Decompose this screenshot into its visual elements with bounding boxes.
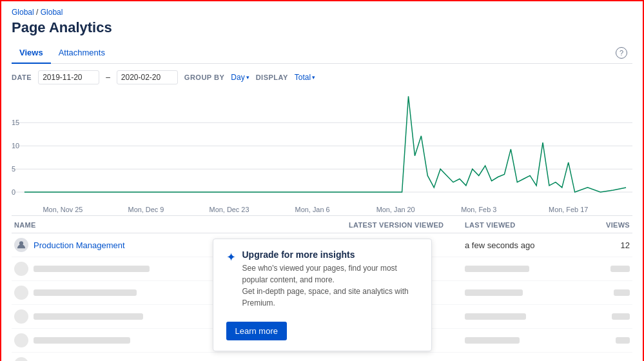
row-last-viewed — [465, 288, 581, 298]
skeleton-text — [34, 313, 143, 320]
row-views — [581, 288, 632, 298]
row-views — [581, 336, 632, 346]
skeleton-text — [465, 313, 526, 320]
row-name-cell — [12, 357, 349, 361]
breadcrumb-separator: / — [36, 8, 41, 17]
display-value: Total — [295, 73, 311, 82]
filters-row: DATE – GROUP BY Day ▾ DISPLAY Total ▾ — [12, 64, 632, 90]
row-views: 12 — [581, 240, 632, 250]
breadcrumb: Global / Global — [12, 8, 632, 17]
avatar — [14, 262, 28, 276]
skeleton-text — [465, 289, 523, 296]
breadcrumb-global-link2[interactable]: Global — [41, 8, 63, 17]
row-last-viewed: a few seconds ago — [465, 240, 581, 250]
table-section: Name Latest version viewed Last viewed V… — [12, 215, 632, 361]
date-label: DATE — [12, 73, 32, 81]
row-views — [581, 312, 632, 322]
group-by-value: Day — [231, 73, 244, 82]
chevron-down-icon2: ▾ — [312, 74, 315, 81]
svg-text:Mon, Dec 9: Mon, Dec 9 — [128, 206, 164, 213]
col-header-name: Name — [12, 221, 349, 229]
upgrade-overlay: ✦ Upgrade for more insights See who's vi… — [213, 239, 432, 351]
chevron-down-icon: ▾ — [246, 74, 249, 81]
learn-more-button[interactable]: Learn more — [226, 322, 287, 340]
skeleton-text — [610, 266, 630, 272]
col-header-views: Views — [581, 221, 632, 229]
tabs-bar: Views Attachments ? — [12, 43, 632, 64]
chart-container: 0 5 10 15 Mon, Nov 25 Mon, Dec 9 Mon, De… — [12, 90, 632, 215]
upgrade-icon: ✦ — [226, 250, 236, 264]
date-from-input[interactable] — [38, 70, 99, 84]
row-views — [581, 264, 632, 274]
svg-text:Mon, Feb 3: Mon, Feb 3 — [461, 206, 496, 213]
display-dropdown[interactable]: Total ▾ — [295, 73, 315, 82]
skeleton-text — [34, 337, 130, 344]
line-chart: 0 5 10 15 Mon, Nov 25 Mon, Dec 9 Mon, De… — [12, 90, 632, 215]
avatar — [14, 357, 28, 361]
skeleton-text — [34, 266, 150, 272]
skeleton-text — [612, 313, 630, 320]
skeleton-text — [465, 266, 529, 272]
svg-text:10: 10 — [12, 142, 19, 150]
table-rows-wrapper: Production Management Version 18 a few s… — [12, 233, 632, 361]
skeleton-text — [34, 289, 137, 296]
svg-text:Mon, Nov 25: Mon, Nov 25 — [43, 206, 83, 213]
skeleton-text — [616, 337, 630, 344]
date-to-input[interactable] — [117, 70, 178, 84]
svg-text:5: 5 — [12, 165, 15, 173]
display-label: DISPLAY — [256, 73, 288, 81]
row-page-name[interactable]: Production Management — [34, 240, 125, 250]
svg-text:Mon, Dec 23: Mon, Dec 23 — [210, 206, 249, 213]
avatar — [14, 238, 28, 252]
skeleton-text — [465, 337, 520, 344]
table-header: Name Latest version viewed Last viewed V… — [12, 216, 632, 233]
svg-text:Mon, Jan 6: Mon, Jan 6 — [295, 206, 330, 213]
upgrade-description: See who's viewed your pages, find your m… — [242, 262, 418, 309]
avatar — [14, 309, 28, 324]
help-icon[interactable]: ? — [616, 47, 627, 59]
skeleton-text — [614, 289, 630, 296]
svg-text:Mon, Feb 17: Mon, Feb 17 — [549, 206, 588, 213]
date-separator: – — [106, 73, 110, 82]
upgrade-header: ✦ Upgrade for more insights See who's vi… — [226, 249, 418, 309]
row-last-viewed — [465, 264, 581, 274]
page-title: Page Analytics — [12, 19, 632, 36]
tab-attachments[interactable]: Attachments — [51, 43, 113, 64]
group-by-dropdown[interactable]: Day ▾ — [231, 73, 249, 82]
svg-text:Mon, Jan 20: Mon, Jan 20 — [376, 206, 415, 213]
upgrade-title: Upgrade for more insights — [242, 249, 418, 260]
svg-text:0: 0 — [12, 188, 15, 196]
col-header-version: Latest version viewed — [349, 221, 465, 229]
svg-text:15: 15 — [12, 119, 19, 126]
col-header-last-viewed: Last viewed — [465, 221, 581, 229]
row-last-viewed — [465, 336, 581, 346]
table-row — [12, 353, 632, 361]
tab-views[interactable]: Views — [12, 43, 51, 64]
avatar — [14, 286, 28, 300]
group-by-label: GROUP BY — [184, 73, 224, 81]
avatar — [14, 333, 28, 347]
breadcrumb-global-link[interactable]: Global — [12, 8, 34, 17]
row-last-viewed — [465, 312, 581, 322]
